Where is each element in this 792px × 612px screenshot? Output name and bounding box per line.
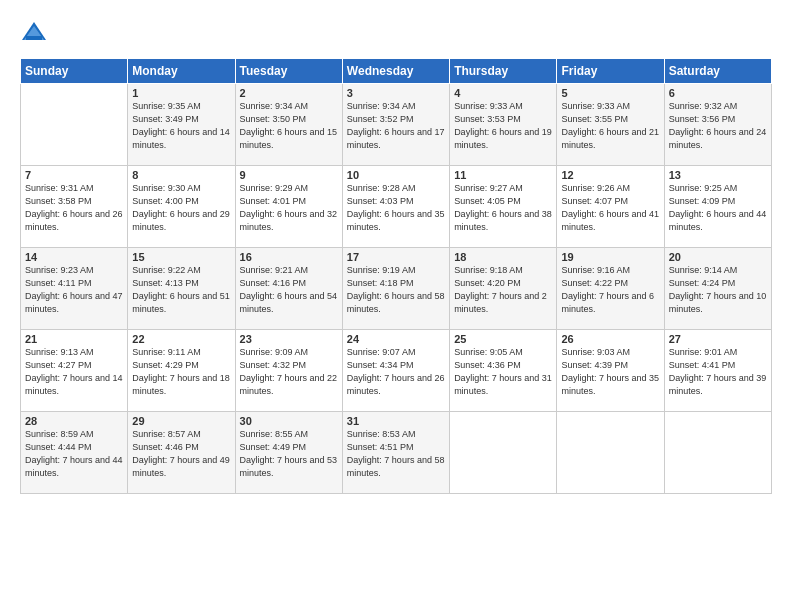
calendar-table: SundayMondayTuesdayWednesdayThursdayFrid… [20,58,772,494]
cell-content: Sunrise: 9:07 AMSunset: 4:34 PMDaylight:… [347,346,445,398]
cell-content: Sunrise: 9:32 AMSunset: 3:56 PMDaylight:… [669,100,767,152]
calendar-cell: 13Sunrise: 9:25 AMSunset: 4:09 PMDayligh… [664,166,771,248]
calendar-cell: 15Sunrise: 9:22 AMSunset: 4:13 PMDayligh… [128,248,235,330]
day-number: 26 [561,333,659,345]
day-number: 25 [454,333,552,345]
day-number: 16 [240,251,338,263]
calendar-cell: 7Sunrise: 9:31 AMSunset: 3:58 PMDaylight… [21,166,128,248]
cell-content: Sunrise: 9:13 AMSunset: 4:27 PMDaylight:… [25,346,123,398]
cell-content: Sunrise: 9:22 AMSunset: 4:13 PMDaylight:… [132,264,230,316]
day-number: 18 [454,251,552,263]
calendar-cell [557,412,664,494]
calendar-header-row: SundayMondayTuesdayWednesdayThursdayFrid… [21,59,772,84]
cell-content: Sunrise: 9:19 AMSunset: 4:18 PMDaylight:… [347,264,445,316]
cell-content: Sunrise: 8:57 AMSunset: 4:46 PMDaylight:… [132,428,230,480]
calendar-cell [664,412,771,494]
cell-content: Sunrise: 8:53 AMSunset: 4:51 PMDaylight:… [347,428,445,480]
cell-content: Sunrise: 9:28 AMSunset: 4:03 PMDaylight:… [347,182,445,234]
calendar-cell: 11Sunrise: 9:27 AMSunset: 4:05 PMDayligh… [450,166,557,248]
cell-content: Sunrise: 9:33 AMSunset: 3:55 PMDaylight:… [561,100,659,152]
day-number: 5 [561,87,659,99]
cell-content: Sunrise: 9:25 AMSunset: 4:09 PMDaylight:… [669,182,767,234]
calendar-cell: 8Sunrise: 9:30 AMSunset: 4:00 PMDaylight… [128,166,235,248]
calendar-cell: 29Sunrise: 8:57 AMSunset: 4:46 PMDayligh… [128,412,235,494]
calendar-cell [450,412,557,494]
calendar-cell: 23Sunrise: 9:09 AMSunset: 4:32 PMDayligh… [235,330,342,412]
day-number: 11 [454,169,552,181]
day-number: 19 [561,251,659,263]
day-number: 30 [240,415,338,427]
logo-icon [20,20,48,48]
cell-content: Sunrise: 9:33 AMSunset: 3:53 PMDaylight:… [454,100,552,152]
calendar-week-row: 28Sunrise: 8:59 AMSunset: 4:44 PMDayligh… [21,412,772,494]
cell-content: Sunrise: 9:03 AMSunset: 4:39 PMDaylight:… [561,346,659,398]
calendar-cell: 24Sunrise: 9:07 AMSunset: 4:34 PMDayligh… [342,330,449,412]
logo [20,20,50,48]
cell-content: Sunrise: 9:35 AMSunset: 3:49 PMDaylight:… [132,100,230,152]
cell-content: Sunrise: 9:01 AMSunset: 4:41 PMDaylight:… [669,346,767,398]
calendar-day-header: Wednesday [342,59,449,84]
calendar-week-row: 7Sunrise: 9:31 AMSunset: 3:58 PMDaylight… [21,166,772,248]
cell-content: Sunrise: 9:09 AMSunset: 4:32 PMDaylight:… [240,346,338,398]
calendar-day-header: Sunday [21,59,128,84]
day-number: 4 [454,87,552,99]
day-number: 10 [347,169,445,181]
calendar-cell: 16Sunrise: 9:21 AMSunset: 4:16 PMDayligh… [235,248,342,330]
day-number: 14 [25,251,123,263]
calendar-day-header: Saturday [664,59,771,84]
cell-content: Sunrise: 9:18 AMSunset: 4:20 PMDaylight:… [454,264,552,316]
calendar-cell: 2Sunrise: 9:34 AMSunset: 3:50 PMDaylight… [235,84,342,166]
calendar-day-header: Tuesday [235,59,342,84]
cell-content: Sunrise: 9:31 AMSunset: 3:58 PMDaylight:… [25,182,123,234]
cell-content: Sunrise: 9:34 AMSunset: 3:50 PMDaylight:… [240,100,338,152]
day-number: 31 [347,415,445,427]
calendar-cell: 3Sunrise: 9:34 AMSunset: 3:52 PMDaylight… [342,84,449,166]
calendar-cell: 20Sunrise: 9:14 AMSunset: 4:24 PMDayligh… [664,248,771,330]
day-number: 1 [132,87,230,99]
calendar-cell: 28Sunrise: 8:59 AMSunset: 4:44 PMDayligh… [21,412,128,494]
calendar-day-header: Monday [128,59,235,84]
cell-content: Sunrise: 9:27 AMSunset: 4:05 PMDaylight:… [454,182,552,234]
calendar-cell: 10Sunrise: 9:28 AMSunset: 4:03 PMDayligh… [342,166,449,248]
page: SundayMondayTuesdayWednesdayThursdayFrid… [0,0,792,612]
calendar-cell: 1Sunrise: 9:35 AMSunset: 3:49 PMDaylight… [128,84,235,166]
day-number: 15 [132,251,230,263]
day-number: 28 [25,415,123,427]
calendar-cell: 17Sunrise: 9:19 AMSunset: 4:18 PMDayligh… [342,248,449,330]
day-number: 21 [25,333,123,345]
cell-content: Sunrise: 9:14 AMSunset: 4:24 PMDaylight:… [669,264,767,316]
cell-content: Sunrise: 9:34 AMSunset: 3:52 PMDaylight:… [347,100,445,152]
day-number: 24 [347,333,445,345]
day-number: 22 [132,333,230,345]
calendar-cell: 21Sunrise: 9:13 AMSunset: 4:27 PMDayligh… [21,330,128,412]
calendar-week-row: 14Sunrise: 9:23 AMSunset: 4:11 PMDayligh… [21,248,772,330]
calendar-cell: 18Sunrise: 9:18 AMSunset: 4:20 PMDayligh… [450,248,557,330]
day-number: 17 [347,251,445,263]
day-number: 12 [561,169,659,181]
day-number: 3 [347,87,445,99]
day-number: 20 [669,251,767,263]
cell-content: Sunrise: 9:21 AMSunset: 4:16 PMDaylight:… [240,264,338,316]
day-number: 13 [669,169,767,181]
calendar-cell: 12Sunrise: 9:26 AMSunset: 4:07 PMDayligh… [557,166,664,248]
calendar-cell: 30Sunrise: 8:55 AMSunset: 4:49 PMDayligh… [235,412,342,494]
calendar-day-header: Friday [557,59,664,84]
calendar-cell: 27Sunrise: 9:01 AMSunset: 4:41 PMDayligh… [664,330,771,412]
cell-content: Sunrise: 9:05 AMSunset: 4:36 PMDaylight:… [454,346,552,398]
calendar-cell: 9Sunrise: 9:29 AMSunset: 4:01 PMDaylight… [235,166,342,248]
calendar-cell: 5Sunrise: 9:33 AMSunset: 3:55 PMDaylight… [557,84,664,166]
cell-content: Sunrise: 9:26 AMSunset: 4:07 PMDaylight:… [561,182,659,234]
calendar-cell: 25Sunrise: 9:05 AMSunset: 4:36 PMDayligh… [450,330,557,412]
cell-content: Sunrise: 9:29 AMSunset: 4:01 PMDaylight:… [240,182,338,234]
cell-content: Sunrise: 8:55 AMSunset: 4:49 PMDaylight:… [240,428,338,480]
calendar-cell [21,84,128,166]
day-number: 23 [240,333,338,345]
day-number: 2 [240,87,338,99]
calendar-cell: 4Sunrise: 9:33 AMSunset: 3:53 PMDaylight… [450,84,557,166]
cell-content: Sunrise: 9:30 AMSunset: 4:00 PMDaylight:… [132,182,230,234]
day-number: 9 [240,169,338,181]
calendar-cell: 6Sunrise: 9:32 AMSunset: 3:56 PMDaylight… [664,84,771,166]
calendar-cell: 19Sunrise: 9:16 AMSunset: 4:22 PMDayligh… [557,248,664,330]
day-number: 7 [25,169,123,181]
calendar-cell: 31Sunrise: 8:53 AMSunset: 4:51 PMDayligh… [342,412,449,494]
